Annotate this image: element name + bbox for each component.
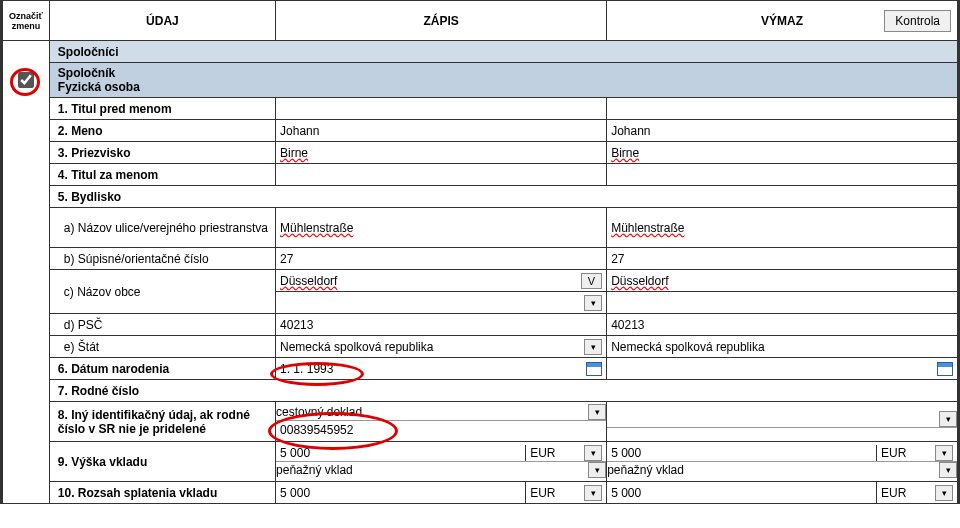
label-iny-ident: 8. Iný identifikačný údaj, ak rodné čísl… (49, 402, 275, 442)
calendar-icon[interactable] (586, 362, 602, 376)
mark-checkbox[interactable] (18, 72, 34, 88)
vymaz-obec[interactable]: Düsseldorf (607, 270, 958, 292)
row-vyska-vkladu: 9. Výška vkladu 5 000 EUR ▾ peňažný vkla… (3, 442, 958, 482)
row-titul-za: 4. Titul za menom (3, 164, 958, 186)
header-vymaz-label: VÝMAZ (761, 14, 803, 28)
vymaz-titul-pred[interactable] (607, 98, 958, 120)
chevron-down-icon[interactable]: ▾ (935, 445, 953, 461)
vymaz-meno[interactable]: Johann (607, 120, 958, 142)
row-obec-1: c) Názov obce Düsseldorf V Düsseldorf (3, 270, 958, 292)
label-vyska-vkladu: 9. Výška vkladu (49, 442, 275, 482)
chevron-down-icon[interactable]: ▾ (584, 445, 602, 461)
chevron-down-icon[interactable]: ▾ (935, 485, 953, 501)
header-zapis: ZÁPIS (276, 1, 607, 41)
vymaz-iny-ident: ▾ (607, 402, 958, 442)
vymaz-vklad-amt[interactable]: 5 000 (607, 445, 877, 461)
row-titul-pred: 1. Titul pred menom (3, 98, 958, 120)
vymaz-psc[interactable]: 40213 (607, 314, 958, 336)
vymaz-priezvisko-text: Birne (611, 146, 639, 160)
zapis-iny-ident: cestovný doklad ▾ 00839545952 (276, 402, 607, 442)
zapis-iny-ident-typ[interactable]: cestovný doklad (276, 405, 584, 419)
chevron-down-icon[interactable]: ▾ (588, 462, 606, 478)
vymaz-vklad-cur[interactable]: EUR (881, 446, 906, 460)
vymaz-vyska-vkladu: 5 000 EUR ▾ peňažný vklad ▾ (607, 442, 958, 482)
vymaz-obec-text: Düsseldorf (611, 274, 668, 288)
chevron-down-icon[interactable]: ▾ (584, 339, 602, 355)
row-supisne: b) Súpisné/orientačné číslo 27 27 (3, 248, 958, 270)
zapis-meno[interactable]: Johann (276, 120, 607, 142)
chevron-down-icon[interactable]: ▾ (584, 295, 602, 311)
zapis-rozsah-amt[interactable]: 5 000 (276, 482, 526, 503)
subsection-title: Spoločník Fyzická osoba (49, 63, 957, 98)
vymaz-ulica-text: Mühlenstraße (611, 221, 684, 235)
row-stat: e) Štát Nemecká spolková republika ▾ Nem… (3, 336, 958, 358)
zapis-priezvisko-text: Birne (280, 146, 308, 160)
section-title: Spoločníci (49, 41, 957, 63)
row-bydlisko: 5. Bydlisko (3, 186, 958, 208)
section-row: Spoločníci (3, 41, 958, 63)
row-psc: d) PSČ 40213 40213 (3, 314, 958, 336)
subsection-line1: Spoločník (58, 66, 951, 80)
vymaz-rozsah: 5 000 EUR ▾ (607, 482, 958, 504)
zapis-priezvisko[interactable]: Birne (276, 142, 607, 164)
vymaz-rozsah-amt[interactable]: 5 000 (607, 482, 877, 503)
zapis-rozsah-cur[interactable]: EUR (530, 486, 555, 500)
label-titul-za: 4. Titul za menom (49, 164, 275, 186)
calendar-icon[interactable] (937, 362, 953, 376)
label-datum-narodenia: 6. Dátum narodenia (49, 358, 275, 380)
row-ulica: a) Názov ulice/verejného priestranstva M… (3, 208, 958, 248)
chevron-down-icon[interactable]: ▾ (939, 462, 957, 478)
vymaz-titul-za[interactable] (607, 164, 958, 186)
zapis-titul-pred[interactable] (276, 98, 607, 120)
label-meno: 2. Meno (49, 120, 275, 142)
zapis-vklad-amt[interactable]: 5 000 (276, 445, 526, 461)
zapis-ulica-text: Mühlenstraße (280, 221, 353, 235)
vymaz-vklad-typ[interactable]: peňažný vklad (607, 463, 935, 477)
row-priezvisko: 3. Priezvisko Birne Birne (3, 142, 958, 164)
label-psc: d) PSČ (49, 314, 275, 336)
vymaz-stat[interactable]: Nemecká spolková republika (607, 336, 958, 358)
zapis-stat-cell: Nemecká spolková republika ▾ (276, 336, 607, 358)
row-iny-ident: 8. Iný identifikačný údaj, ak rodné čísl… (3, 402, 958, 442)
zapis-supisne[interactable]: 27 (276, 248, 607, 270)
zapis-stat[interactable]: Nemecká spolková republika (280, 340, 580, 354)
label-supisne: b) Súpisné/orientačné číslo (49, 248, 275, 270)
mark-column (3, 41, 50, 504)
vymaz-ulica[interactable]: Mühlenstraße (607, 208, 958, 248)
vymaz-supisne[interactable]: 27 (607, 248, 958, 270)
zapis-iny-ident-cislo[interactable]: 00839545952 (276, 421, 606, 439)
zapis-vklad-typ[interactable]: peňažný vklad (276, 463, 584, 477)
chevron-down-icon[interactable]: ▾ (588, 404, 606, 420)
label-obec: c) Názov obce (49, 270, 275, 314)
zapis-datum[interactable]: 1. 1. 1993 (280, 362, 582, 376)
zapis-vklad-cur[interactable]: EUR (530, 446, 555, 460)
vymaz-priezvisko[interactable]: Birne (607, 142, 958, 164)
kontrola-button[interactable]: Kontrola (884, 10, 951, 32)
zapis-psc[interactable]: 40213 (276, 314, 607, 336)
chevron-down-icon[interactable]: ▾ (939, 411, 957, 427)
chevron-down-icon[interactable]: ▾ (584, 485, 602, 501)
row-rozsah-splatenia: 10. Rozsah splatenia vkladu 5 000 EUR ▾ … (3, 482, 958, 504)
zapis-titul-za[interactable] (276, 164, 607, 186)
subsection-row: Spoločník Fyzická osoba (3, 63, 958, 98)
zapis-rozsah: 5 000 EUR ▾ (276, 482, 607, 504)
header-row: Označiť zmenu ÚDAJ ZÁPIS VÝMAZ Kontrola (3, 1, 958, 41)
vymaz-datum-cell (607, 358, 958, 380)
zapis-obec[interactable]: Düsseldorf (280, 274, 577, 288)
label-titul-pred: 1. Titul pred menom (49, 98, 275, 120)
zapis-vyska-vkladu: 5 000 EUR ▾ peňažný vklad ▾ (276, 442, 607, 482)
header-vymaz: VÝMAZ Kontrola (607, 1, 958, 41)
vymaz-iny-ident-cislo[interactable] (607, 428, 957, 432)
header-udaj: ÚDAJ (49, 1, 275, 41)
zapis-obec-dropdown-cell: ▾ (276, 292, 607, 314)
vymaz-rozsah-cur[interactable]: EUR (881, 486, 906, 500)
row-rodne-cislo: 7. Rodné číslo (3, 380, 958, 402)
subsection-line2: Fyzická osoba (58, 80, 951, 94)
label-ulica: a) Názov ulice/verejného priestranstva (49, 208, 275, 248)
zapis-ulica[interactable]: Mühlenstraße (276, 208, 607, 248)
row-meno: 2. Meno Johann Johann (3, 120, 958, 142)
form-table: Označiť zmenu ÚDAJ ZÁPIS VÝMAZ Kontrola … (2, 0, 958, 504)
obec-v-button[interactable]: V (581, 273, 602, 289)
row-datum-narodenia: 6. Dátum narodenia 1. 1. 1993 (3, 358, 958, 380)
vymaz-obec-2 (607, 292, 958, 314)
